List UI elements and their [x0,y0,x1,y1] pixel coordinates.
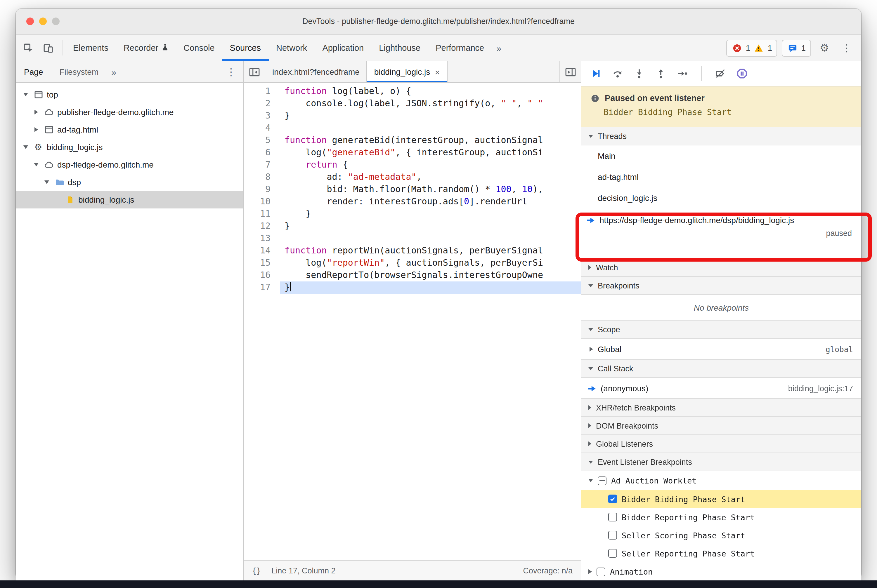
code-text[interactable]: console.log(label, JSON.stringify(o, " "… [280,98,581,110]
checkbox[interactable] [608,513,617,521]
code-text[interactable]: render: interestGroup.ads[0].renderUrl [280,196,581,208]
tree-item-publisher-fledge-demo-glitch-me[interactable]: publisher-fledge-demo.glitch.me [16,104,243,121]
resume-button[interactable] [591,68,601,79]
panel-tab-application[interactable]: Application [314,35,371,61]
code-text[interactable]: function log(label, o) { [280,85,581,98]
pause-on-exceptions-button[interactable] [737,68,747,79]
elb-item-bidder-reporting-phase-start[interactable]: Bidder Reporting Phase Start [581,508,861,526]
breakpoints-section-header[interactable]: Breakpoints [581,276,861,295]
more-navigator-tabs-chevron[interactable]: » [107,67,121,77]
panel-tab-performance[interactable]: Performance [428,35,492,61]
tree-item-top[interactable]: top [16,86,243,104]
line-number[interactable]: 17 [244,282,280,294]
editor-tab-bidding-logic-js[interactable]: bidding_logic.js× [367,61,448,82]
code-text[interactable]: bid: Math.floor(Math.random() * 100, 10)… [280,183,581,196]
code-line[interactable]: 5function generateBid(interestGroup, auc… [244,134,581,147]
elb-item-bidder-bidding-phase-start[interactable]: Bidder Bidding Phase Start [581,490,861,508]
device-toolbar-button[interactable] [39,39,57,57]
step-over-button[interactable] [612,68,623,79]
navigator-menu-button[interactable]: ⋮ [224,67,238,77]
checkbox[interactable] [597,567,605,576]
code-line[interactable]: 4 [244,122,581,134]
navigator-tab-page[interactable]: Page [16,61,51,82]
code-line[interactable]: 9 bid: Math.floor(Math.random() * 100, 1… [244,183,581,196]
scope-global-row[interactable]: Global global [581,339,861,360]
deactivate-breakpoints-button[interactable] [715,68,726,79]
panel-tab-lighthouse[interactable]: Lighthouse [371,35,428,61]
more-options-button[interactable]: ⋮ [838,39,855,57]
code-text[interactable] [280,122,581,134]
console-counts-button[interactable]: 1 1 [727,39,778,56]
more-panels-chevron[interactable]: » [492,35,506,61]
line-number[interactable]: 5 [244,134,280,147]
tree-item-ad-tag-html[interactable]: ad-tag.html [16,121,243,138]
inspect-element-button[interactable] [19,39,37,57]
code-text[interactable]: log("reportWin", { auctionSignals, perBu… [280,257,581,269]
code-text[interactable]: return { [280,159,581,171]
code-text[interactable]: function reportWin(auctionSignals, perBu… [280,244,581,257]
code-line[interactable]: 16 sendReportTo(browserSignals.interestG… [244,269,581,282]
elb-item-seller-scoring-phase-start[interactable]: Seller Scoring Phase Start [581,526,861,544]
step-into-button[interactable] [634,68,644,79]
code-text[interactable]: } [280,208,581,220]
editor-pane-button[interactable] [559,61,581,82]
checkbox[interactable] [598,476,606,485]
thread-item-main[interactable]: Main [581,146,861,166]
code-line[interactable]: 7 return { [244,159,581,171]
issues-button[interactable]: 1 [782,39,811,56]
line-number[interactable]: 9 [244,183,280,196]
code-line[interactable]: 3} [244,110,581,122]
panel-tab-recorder[interactable]: Recorder [116,35,176,61]
line-number[interactable]: 12 [244,220,280,232]
section-xhr-fetch-breakpoints[interactable]: XHR/fetch Breakpoints [581,398,861,417]
frame-location[interactable]: bidding_logic.js:17 [788,384,861,393]
tree-item-bidding-logic-js[interactable]: ⚙bidding_logic.js [16,138,243,156]
checkbox[interactable] [608,531,617,540]
code-line[interactable]: 10 render: interestGroup.ads[0].renderUr… [244,196,581,208]
toggle-navigator-button[interactable] [244,61,265,82]
event-listener-breakpoints-header[interactable]: Event Listener Breakpoints [581,453,861,471]
panel-tab-elements[interactable]: Elements [65,35,116,61]
checkbox[interactable] [608,549,617,558]
scope-section-header[interactable]: Scope [581,320,861,339]
elb-category-animation[interactable]: Animation [581,562,861,581]
step-out-button[interactable] [656,68,666,79]
code-line[interactable]: 1function log(label, o) { [244,85,581,98]
call-stack-frame[interactable]: (anonymous) bidding_logic.js:17 [581,378,861,399]
code-line[interactable]: 6 log("generateBid", { interestGroup, au… [244,147,581,159]
code-line[interactable]: 17} [244,282,581,294]
line-number[interactable]: 8 [244,171,280,183]
code-line[interactable]: 14function reportWin(auctionSignals, per… [244,244,581,257]
pretty-print-button[interactable]: {} [252,566,261,575]
line-number[interactable]: 6 [244,147,280,159]
code-line[interactable]: 13 [244,232,581,244]
thread-item-ad-tag-html[interactable]: ad-tag.html [581,166,861,188]
code-line[interactable]: 12} [244,220,581,232]
watch-section-header[interactable]: Watch [581,258,861,277]
code-text[interactable]: function generateBid(interestGroup, auct… [280,134,581,147]
line-number[interactable]: 16 [244,269,280,282]
line-number[interactable]: 14 [244,244,280,257]
line-number[interactable]: 15 [244,257,280,269]
line-number[interactable]: 11 [244,208,280,220]
threads-section-header[interactable]: Threads [581,127,861,146]
close-tab-icon[interactable]: × [435,67,440,77]
call-stack-section-header[interactable]: Call Stack [581,359,861,378]
section-global-listeners[interactable]: Global Listeners [581,434,861,453]
tree-item-dsp[interactable]: dsp [16,173,243,191]
code-line[interactable]: 11 } [244,208,581,220]
code-line[interactable]: 2 console.log(label, JSON.stringify(o, "… [244,98,581,110]
tree-item-dsp-fledge-demo-glitch-me[interactable]: dsp-fledge-demo.glitch.me [16,156,243,173]
code-text[interactable]: log("generateBid", { interestGroup, auct… [280,147,581,159]
code-text[interactable]: } [280,220,581,232]
checkbox[interactable] [608,495,617,503]
panel-tab-console[interactable]: Console [176,35,222,61]
code-line[interactable]: 8 ad: "ad-metadata", [244,171,581,183]
line-number[interactable]: 10 [244,196,280,208]
line-number[interactable]: 1 [244,85,280,98]
panel-tab-sources[interactable]: Sources [222,35,268,61]
elb-item-seller-reporting-phase-start[interactable]: Seller Reporting Phase Start [581,544,861,562]
line-number[interactable]: 2 [244,98,280,110]
editor-tab-index-html-fencedframe[interactable]: index.html?fencedframe [265,61,367,82]
tree-item-bidding-logic-js[interactable]: bidding_logic.js [16,191,243,208]
